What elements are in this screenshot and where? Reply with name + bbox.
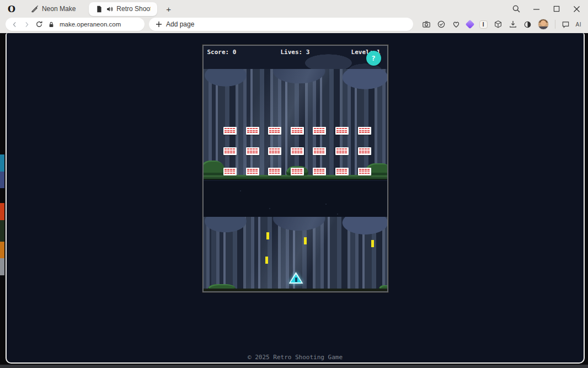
score-display: Score: 0	[207, 49, 237, 56]
bullet	[265, 257, 268, 264]
add-page-button[interactable]: Add page	[149, 18, 413, 31]
brick-target	[291, 127, 304, 135]
brick-target	[291, 168, 304, 175]
pinned-app[interactable]	[0, 203, 4, 220]
bullet	[304, 237, 307, 244]
help-button[interactable]: ?	[366, 51, 381, 66]
forest-trees-upper	[204, 69, 387, 175]
brick-target	[335, 168, 349, 175]
tab-neon-make[interactable]: Neon Make	[24, 2, 82, 15]
brick-target	[246, 168, 259, 175]
pinned-app[interactable]	[0, 172, 4, 188]
forward-icon[interactable]	[23, 21, 30, 28]
tab-label: Neon Make	[42, 5, 76, 13]
snapshot-camera-icon[interactable]	[422, 20, 431, 29]
reload-icon[interactable]	[35, 20, 43, 28]
brick-target	[291, 147, 304, 155]
pinned-app[interactable]	[0, 220, 4, 242]
tab-retro-shooting[interactable]: Retro Shooti	[89, 2, 157, 16]
lives-display: Lives: 3	[281, 49, 310, 56]
url-text[interactable]: make.operaneon.com	[60, 21, 121, 28]
close-button[interactable]	[573, 6, 580, 13]
brick-target	[223, 147, 237, 155]
audio-playing-icon[interactable]	[106, 6, 113, 13]
brick-target	[358, 127, 371, 135]
maximize-button[interactable]	[553, 6, 560, 12]
add-page-label: Add page	[166, 20, 194, 28]
ship-cockpit	[295, 278, 297, 282]
bullet	[266, 232, 269, 239]
cube-extensions-icon[interactable]	[494, 20, 503, 29]
heart-icon[interactable]	[452, 20, 461, 29]
plus-icon	[156, 21, 162, 28]
brick-target	[268, 147, 281, 155]
grass-line	[204, 175, 387, 180]
bullet	[371, 240, 374, 247]
brick-target	[313, 127, 326, 135]
forest-dark-band	[204, 181, 387, 217]
ai-label[interactable]: AI	[576, 22, 581, 28]
tab-bar: O Neon Make Retro Shooti +	[0, 0, 588, 17]
toolbar: make.operaneon.com Add page I	[0, 17, 588, 32]
minimize-button[interactable]	[533, 6, 540, 13]
page-icon	[95, 6, 103, 13]
tab-label: Retro Shooti	[116, 5, 151, 13]
brick-target	[223, 168, 237, 175]
brick-target	[246, 127, 259, 135]
pen-icon	[31, 5, 39, 13]
game-footer: © 2025 Retro Shooting Game	[7, 354, 584, 361]
pinned-app[interactable]	[0, 258, 4, 275]
opera-logo[interactable]: O	[8, 4, 15, 14]
brick-target	[335, 127, 349, 135]
brick-target	[223, 127, 237, 135]
brick-target	[335, 147, 349, 155]
profile-avatar[interactable]	[538, 19, 549, 30]
address-bar[interactable]: make.operaneon.com	[6, 18, 145, 31]
pinned-app[interactable]	[0, 154, 4, 172]
search-icon[interactable]	[512, 4, 521, 13]
shield-check-icon[interactable]	[437, 20, 446, 29]
ai-chat-bubble-icon[interactable]	[562, 20, 570, 29]
game-hud: Score: 0 Lives: 3 Level: 1	[204, 49, 387, 56]
neon-gem-icon[interactable]	[467, 21, 473, 28]
brick-target	[313, 147, 326, 155]
web-page: Score: 0 Lives: 3 Level: 1 ? © 2025 Retr…	[6, 33, 585, 364]
pinned-app[interactable]	[0, 242, 4, 258]
brick-target	[268, 168, 281, 175]
theme-toggle-icon[interactable]	[523, 20, 532, 29]
game-canvas[interactable]: Score: 0 Lives: 3 Level: 1 ?	[202, 45, 388, 292]
brick-target	[313, 168, 326, 175]
brick-target	[246, 147, 259, 155]
brick-target	[268, 127, 281, 135]
brick-target	[358, 168, 371, 175]
extension-badge[interactable]: I	[479, 20, 488, 29]
content-area: Score: 0 Lives: 3 Level: 1 ? © 2025 Retr…	[0, 33, 588, 368]
lock-icon[interactable]	[48, 21, 55, 28]
player-ship[interactable]	[289, 272, 303, 284]
window-bottom-edge	[0, 365, 588, 368]
canvas-bottom-edge	[204, 289, 387, 291]
download-icon[interactable]	[509, 20, 517, 29]
back-icon[interactable]	[11, 21, 18, 28]
new-tab-button[interactable]: +	[163, 4, 174, 14]
brick-target	[358, 147, 371, 155]
toolbar-divider	[555, 20, 555, 29]
